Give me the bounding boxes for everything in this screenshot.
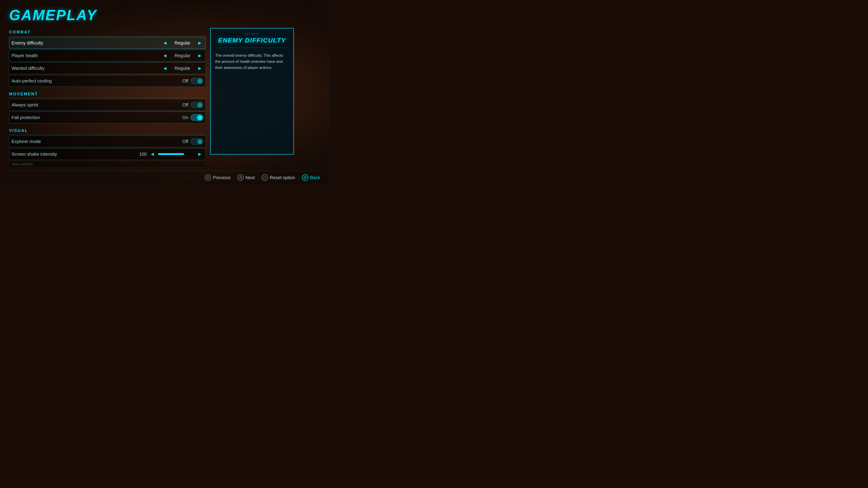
arrow-left-enemy-difficulty[interactable]: ◀ xyxy=(162,39,168,46)
toggle-auto-perfect-cooling[interactable] xyxy=(191,78,203,84)
setting-value-player-health: Regular xyxy=(171,53,194,58)
setting-value-enemy-difficulty: Regular xyxy=(171,40,194,46)
toggle-knob-fall-protection xyxy=(197,115,202,120)
toggle-label-always-sprint: Off xyxy=(182,102,188,107)
setting-row-screen-shake[interactable]: Screen shake intensity 100 ◀ ▶ xyxy=(9,148,206,160)
setting-row-enemy-difficulty[interactable]: Enemy difficulty ◀ Regular ▶ xyxy=(9,37,206,49)
setting-control-wanted-difficulty: ◀ Regular ▶ xyxy=(162,65,203,72)
next-label: Next xyxy=(246,175,255,180)
info-panel-title: ENEMY DIFFICULTY xyxy=(215,37,289,48)
setting-value-wanted-difficulty: Regular xyxy=(171,66,194,71)
reset-button[interactable]: Reset option xyxy=(261,174,295,181)
main-area: COMBAT Enemy difficulty ◀ Regular ▶ Play… xyxy=(9,28,320,168)
section-header-visual: VISUAL xyxy=(9,127,206,135)
arrow-right-player-health[interactable]: ▶ xyxy=(196,52,203,59)
setting-row-player-health[interactable]: Player health ◀ Regular ▶ xyxy=(9,50,206,61)
toggle-label-explorer-mode: Off xyxy=(182,139,188,144)
arrow-left-screen-shake[interactable]: ◀ xyxy=(149,151,156,158)
svg-point-4 xyxy=(305,177,306,178)
setting-control-enemy-difficulty: ◀ Regular ▶ xyxy=(162,39,203,46)
toggle-always-sprint[interactable] xyxy=(191,102,203,108)
setting-name-auto-perfect-cooling: Auto-perfect cooling xyxy=(11,78,182,84)
info-panel-subtitle: DELIVERY xyxy=(215,33,289,35)
section-header-movement: MOVEMENT xyxy=(9,90,206,98)
setting-name-explorer-mode: Explorer mode xyxy=(11,139,182,144)
slider-value-screen-shake: 100 xyxy=(136,152,147,157)
previous-button[interactable]: Previous xyxy=(205,174,230,181)
bottom-bar: Previous Next Reset option xyxy=(9,171,320,182)
toggle-container-fall-protection: On xyxy=(182,114,203,121)
toggle-container-always-sprint: Off xyxy=(182,102,203,108)
toggle-knob-auto-perfect-cooling xyxy=(197,78,202,84)
setting-row-explorer-mode[interactable]: Explorer mode Off xyxy=(9,135,206,147)
back-button[interactable]: Back xyxy=(302,174,320,181)
slider-track-screen-shake[interactable] xyxy=(158,153,194,155)
arrow-left-wanted-difficulty[interactable]: ◀ xyxy=(162,65,168,72)
toggle-knob-explorer-mode xyxy=(197,139,202,144)
setting-row-auto-perfect-cooling[interactable]: Auto-perfect cooling Off xyxy=(9,75,206,87)
page-title: GAMEPLAY xyxy=(9,7,320,24)
info-panel: DELIVERY ENEMY DIFFICULTY The overall en… xyxy=(210,28,294,155)
setting-name-fall-protection: Fall protection xyxy=(11,115,182,120)
section-header-combat: COMBAT xyxy=(9,28,206,36)
toggle-label-fall-protection: On xyxy=(182,115,188,120)
next-icon xyxy=(237,174,244,181)
reset-icon xyxy=(261,174,268,181)
truncated-row-label: View controls xyxy=(11,162,33,166)
back-icon xyxy=(302,174,308,181)
svg-rect-2 xyxy=(264,176,266,179)
back-label: Back xyxy=(310,175,320,180)
setting-name-screen-shake: Screen shake intensity xyxy=(11,152,136,157)
setting-control-player-health: ◀ Regular ▶ xyxy=(162,52,203,59)
info-panel-description: The overall enemy difficulty. This affec… xyxy=(215,53,289,71)
toggle-label-auto-perfect-cooling: Off xyxy=(182,78,188,84)
toggle-knob-always-sprint xyxy=(197,103,202,107)
arrow-right-wanted-difficulty[interactable]: ▶ xyxy=(196,65,203,72)
previous-label: Previous xyxy=(213,175,230,180)
toggle-fall-protection[interactable] xyxy=(191,114,203,121)
setting-row-always-sprint[interactable]: Always sprint Off xyxy=(9,99,206,111)
toggle-explorer-mode[interactable] xyxy=(191,138,203,144)
arrow-right-screen-shake[interactable]: ▶ xyxy=(196,151,203,158)
settings-panel: COMBAT Enemy difficulty ◀ Regular ▶ Play… xyxy=(9,28,206,168)
main-content: GAMEPLAY COMBAT Enemy difficulty ◀ Regul… xyxy=(0,0,329,184)
setting-name-player-health: Player health xyxy=(11,53,162,58)
setting-name-wanted-difficulty: Wanted difficulty xyxy=(11,66,162,71)
setting-name-always-sprint: Always sprint xyxy=(11,102,182,107)
slider-container-screen-shake: 100 ◀ ▶ xyxy=(136,151,203,158)
arrow-right-enemy-difficulty[interactable]: ▶ xyxy=(196,39,203,46)
slider-fill-screen-shake xyxy=(158,153,184,155)
next-button[interactable]: Next xyxy=(237,174,255,181)
truncated-row: View controls xyxy=(9,161,206,168)
toggle-container-explorer-mode: Off xyxy=(182,138,203,144)
reset-label: Reset option xyxy=(270,175,295,180)
previous-icon xyxy=(205,174,211,181)
arrow-left-player-health[interactable]: ◀ xyxy=(162,52,168,59)
setting-row-wanted-difficulty[interactable]: Wanted difficulty ◀ Regular ▶ xyxy=(9,62,206,74)
setting-row-fall-protection[interactable]: Fall protection On xyxy=(9,111,206,123)
toggle-container-auto-perfect-cooling: Off xyxy=(182,78,203,84)
setting-name-enemy-difficulty: Enemy difficulty xyxy=(11,40,162,46)
